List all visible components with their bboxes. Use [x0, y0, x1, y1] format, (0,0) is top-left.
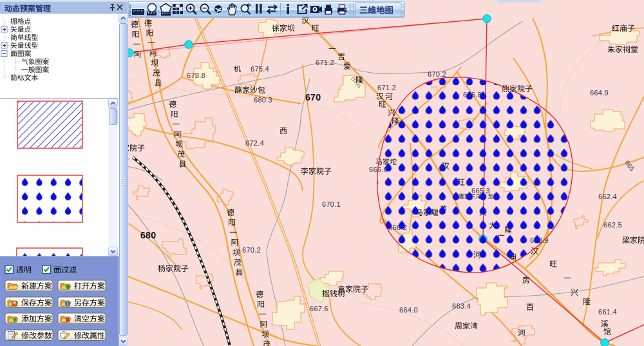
svg-text:662.4: 662.4	[598, 193, 617, 200]
svg-text:678.8: 678.8	[187, 72, 205, 79]
svg-text:675.4: 675.4	[251, 65, 269, 73]
svg-text:664.0: 664.0	[399, 306, 418, 314]
svg-text:672.4: 672.4	[245, 139, 264, 147]
svg-text:663.4: 663.4	[452, 302, 471, 310]
svg-text:671.2: 671.2	[377, 84, 396, 91]
svg-text:680: 680	[140, 230, 156, 240]
svg-text:661.4: 661.4	[598, 308, 617, 316]
svg-text:680.3: 680.3	[254, 96, 272, 104]
svg-text:662.5: 662.5	[603, 221, 622, 229]
svg-text:670: 670	[305, 92, 321, 102]
svg-text:671.2: 671.2	[316, 59, 334, 66]
svg-text:670.1: 670.1	[322, 200, 341, 208]
svg-text:667.6: 667.6	[310, 305, 328, 312]
svg-text:670.2: 670.2	[242, 246, 261, 254]
svg-text:664.9: 664.9	[590, 89, 609, 97]
svg-text:670.2: 670.2	[428, 70, 446, 78]
